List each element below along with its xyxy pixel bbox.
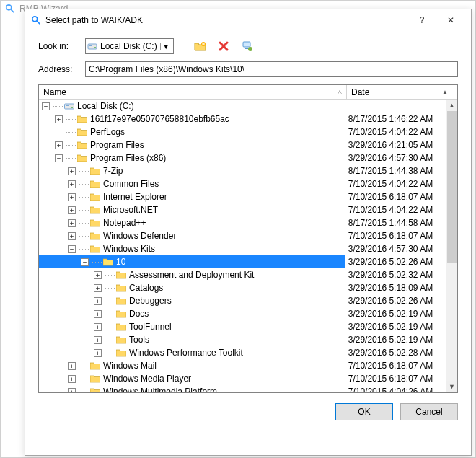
tree-row[interactable]: +Internet Explorer7/10/2015 6:18:07 AM	[39, 190, 446, 203]
tree-item-date: 3/29/2016 5:02:26 AM	[345, 296, 446, 306]
cancel-button[interactable]: Cancel	[400, 403, 458, 420]
svg-rect-12	[66, 105, 69, 106]
tree-row[interactable]: −103/29/2016 5:02:26 AM	[39, 255, 446, 268]
folder-icon	[116, 283, 126, 292]
expand-toggle[interactable]: +	[55, 115, 63, 123]
tree-item-date: 3/29/2016 5:02:19 AM	[345, 322, 446, 332]
tree-row[interactable]: +Windows Mail7/10/2015 6:18:07 AM	[39, 359, 446, 372]
tree-item-date: 8/17/2015 1:46:22 AM	[345, 114, 446, 124]
ok-button[interactable]: OK	[335, 403, 393, 420]
tree-row[interactable]: +Microsoft.NET7/10/2015 4:04:22 AM	[39, 203, 446, 216]
vertical-scrollbar[interactable]: ▲ ▼	[446, 100, 457, 392]
tree-row[interactable]: +Windows Media Player7/10/2015 6:18:07 A…	[39, 372, 446, 385]
folder-icon	[90, 206, 100, 214]
tree-row[interactable]: +161f17e97e050707658810ebfb65ac8/17/2015…	[39, 113, 446, 125]
expand-toggle[interactable]: +	[68, 219, 76, 227]
collapse-toggle[interactable]: −	[68, 245, 76, 253]
folder-icon	[116, 322, 126, 331]
tree-item-label: Assessment and Deployment Kit	[129, 270, 254, 280]
network-button[interactable]	[239, 38, 255, 54]
tree-row[interactable]: +7-Zip8/17/2015 1:44:38 AM	[39, 164, 446, 177]
expand-toggle[interactable]: +	[94, 284, 102, 292]
svg-rect-5	[89, 45, 92, 46]
expand-toggle[interactable]: +	[68, 193, 76, 201]
folder-icon	[116, 335, 126, 344]
tree-row[interactable]: −Local Disk (C:)	[39, 100, 446, 113]
tree-row[interactable]: −Program Files (x86)3/29/2016 4:57:30 AM	[39, 151, 446, 164]
tree-row[interactable]: +Assessment and Deployment Kit3/29/2016 …	[39, 268, 446, 281]
network-icon	[241, 40, 252, 52]
lookin-label: Look in:	[38, 41, 78, 51]
tree-row[interactable]: +Tools3/29/2016 5:02:19 AM	[39, 333, 446, 346]
expand-toggle[interactable]: +	[68, 388, 76, 393]
drive-icon	[87, 42, 97, 50]
tree-item-date: 3/29/2016 5:02:26 AM	[345, 257, 446, 267]
help-button[interactable]: ?	[407, 12, 436, 28]
tree-body[interactable]: −Local Disk (C:)+161f17e97e050707658810e…	[39, 100, 446, 392]
expand-toggle[interactable]: +	[94, 349, 102, 357]
tree-row[interactable]: +Debuggers3/29/2016 5:02:26 AM	[39, 294, 446, 307]
tree-row[interactable]: +Docs3/29/2016 5:02:19 AM	[39, 307, 446, 320]
tree-item-label: Docs	[129, 309, 149, 319]
collapse-toggle[interactable]: −	[81, 258, 89, 266]
scroll-thumb[interactable]	[447, 111, 457, 263]
sort-asc-icon: △	[338, 89, 342, 95]
collapse-toggle[interactable]: −	[55, 154, 63, 162]
chevron-down-icon: ▼	[160, 43, 172, 50]
tree-row[interactable]: +Windows Multimedia Platform7/10/2015 4:…	[39, 385, 446, 392]
tree-item-date: 7/10/2015 4:04:22 AM	[345, 127, 446, 137]
drive-icon	[64, 102, 74, 110]
column-header-date[interactable]: Date	[347, 85, 433, 99]
folder-icon	[90, 232, 100, 240]
new-folder-icon	[194, 40, 207, 52]
svg-point-13	[71, 107, 73, 108]
expand-toggle[interactable]: +	[68, 232, 76, 240]
tree-item-label: Internet Explorer	[103, 192, 167, 202]
expand-toggle[interactable]: +	[94, 271, 102, 279]
expand-toggle[interactable]: +	[94, 310, 102, 318]
collapse-toggle[interactable]: −	[42, 102, 50, 110]
svg-rect-9	[245, 48, 248, 49]
column-header-scroll: ▲	[433, 85, 457, 99]
scroll-track[interactable]	[446, 111, 457, 381]
new-folder-button[interactable]	[193, 38, 208, 54]
close-button[interactable]: ✕	[436, 12, 465, 28]
svg-line-1	[11, 9, 14, 12]
address-input[interactable]	[85, 61, 458, 77]
folder-icon	[77, 154, 87, 162]
expand-toggle[interactable]: +	[68, 362, 76, 370]
expand-toggle[interactable]: +	[55, 141, 63, 149]
tree-row[interactable]: +ToolFunnel3/29/2016 5:02:19 AM	[39, 320, 446, 333]
tree-row[interactable]: +Common Files7/10/2015 4:04:22 AM	[39, 177, 446, 190]
tree-row[interactable]: −Windows Kits3/29/2016 4:57:30 AM	[39, 242, 446, 255]
tree-row[interactable]: +Windows Defender7/10/2015 6:18:07 AM	[39, 229, 446, 242]
tree-item-label: Windows Multimedia Platform	[103, 387, 217, 392]
tree-row[interactable]: +Notepad++8/17/2015 1:44:58 AM	[39, 216, 446, 229]
expand-toggle[interactable]: +	[68, 167, 76, 175]
delete-icon	[219, 41, 229, 51]
scroll-up-icon[interactable]: ▲	[446, 100, 457, 111]
expand-toggle[interactable]: +	[94, 323, 102, 331]
expand-toggle[interactable]: +	[68, 375, 76, 383]
close-icon: ✕	[447, 15, 454, 25]
folder-icon	[90, 361, 100, 370]
expand-toggle[interactable]: +	[94, 336, 102, 344]
tree-row[interactable]: +Program Files3/29/2016 4:21:05 AM	[39, 138, 446, 151]
scroll-down-icon[interactable]: ▼	[446, 381, 457, 392]
tree-item-label: Windows Performance Toolkit	[129, 348, 243, 358]
lookin-combobox[interactable]: Local Disk (C:) ▼	[85, 38, 174, 54]
column-header-name[interactable]: Name △	[39, 85, 347, 99]
expand-toggle[interactable]: +	[68, 180, 76, 188]
folder-icon	[90, 193, 100, 201]
tree-item-date: 7/10/2015 6:18:07 AM	[345, 374, 446, 384]
magnifier-icon	[5, 4, 15, 14]
expand-toggle[interactable]: +	[68, 206, 76, 214]
tree-row[interactable]: +Windows Performance Toolkit3/29/2016 5:…	[39, 346, 446, 359]
expand-toggle[interactable]: +	[94, 297, 102, 305]
triangle-up-icon: ▲	[442, 89, 448, 95]
folder-icon	[90, 167, 100, 175]
tree-row[interactable]: +Catalogs3/29/2016 5:18:09 AM	[39, 281, 446, 294]
tree-row[interactable]: PerfLogs7/10/2015 4:04:22 AM	[39, 125, 446, 138]
svg-rect-8	[243, 42, 250, 47]
delete-button[interactable]	[216, 38, 232, 54]
